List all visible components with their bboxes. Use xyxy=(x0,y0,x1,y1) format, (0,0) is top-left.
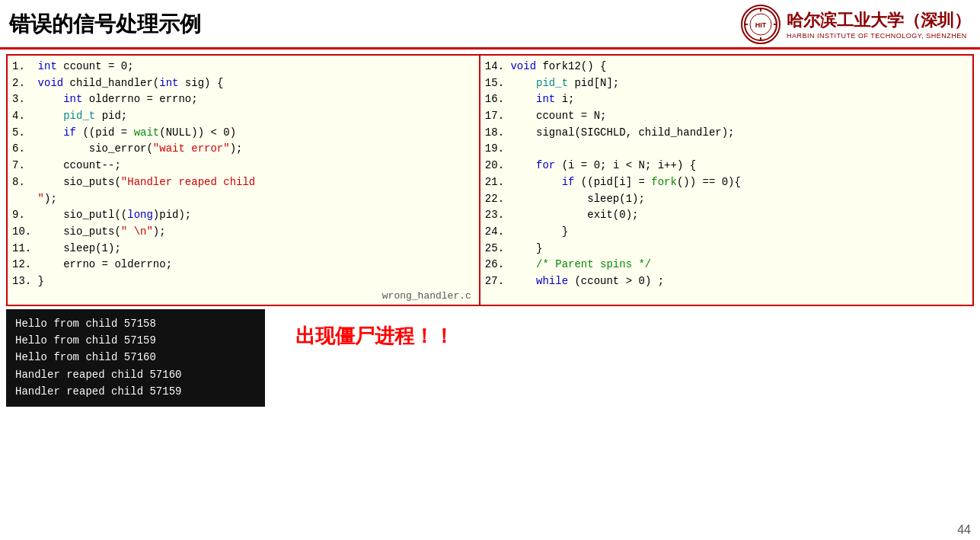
logo-text: 哈尔滨工业大学（深圳） HARBIN INSTITUTE OF TECHNOLO… xyxy=(787,9,971,40)
logo-icon: HIT xyxy=(741,5,780,44)
code-line-23: 23. exit(0); xyxy=(485,207,968,224)
page-number: 44 xyxy=(957,523,971,537)
code-line-7: 7. ccount--; xyxy=(12,158,474,174)
code-line-1: 1. int ccount = 0; xyxy=(12,59,474,75)
terminal-line-5: Handler reaped child 57159 xyxy=(15,383,256,400)
code-line-22: 22. sleep(1); xyxy=(485,191,968,208)
terminal-output: Hello from child 57158 Hello from child … xyxy=(6,309,265,407)
code-line-20: 20. for (i = 0; i < N; i++) { xyxy=(485,158,968,174)
code-line-14: 14. void fork12() { xyxy=(485,59,968,75)
logo-area: HIT 哈尔滨工业大学（深圳） HARBIN INSTITUTE OF TECH… xyxy=(741,5,971,44)
code-line-15: 15. pid_t pid[N]; xyxy=(485,75,968,92)
code-line-2: 2. void child_handler(int sig) { xyxy=(12,75,474,92)
filename: wrong_handler.c xyxy=(12,290,474,302)
code-line-8: 8. sio_puts("Handler reaped child xyxy=(12,174,474,191)
terminal-line-1: Hello from child 57158 xyxy=(15,315,256,332)
code-panel-left: 1. int ccount = 0; 2. void child_handler… xyxy=(8,56,480,305)
code-line-9: 9. sio_putl((long)pid); xyxy=(12,207,474,224)
code-line-4: 4. pid_t pid; xyxy=(12,108,474,125)
warning-text: 出现僵尸进程！！ xyxy=(295,323,454,350)
code-line-26: 26. /* Parent spins */ xyxy=(485,257,968,273)
code-line-11: 11. sleep(1); xyxy=(12,241,474,257)
code-line-6: 6. sio_error("wait error"); xyxy=(12,141,474,158)
terminal-line-4: Handler reaped child 57160 xyxy=(15,366,256,383)
code-panel-right: 14. void fork12() { 15. pid_t pid[N]; 16… xyxy=(480,56,972,305)
code-line-27: 27. while (ccount > 0) ; xyxy=(485,273,968,290)
code-line-17: 17. ccount = N; xyxy=(485,108,968,125)
logo-english: HARBIN INSTITUTE OF TECHNOLOGY, SHENZHEN xyxy=(787,32,967,40)
code-line-16: 16. int i; xyxy=(485,91,968,108)
header: 错误的信号处理示例 HIT 哈尔滨工业大学（深圳） HARBIN INSTITU… xyxy=(0,0,980,50)
logo-chinese: 哈尔滨工业大学（深圳） xyxy=(787,9,971,32)
terminal-line-2: Hello from child 57159 xyxy=(15,332,256,349)
page-title: 错误的信号处理示例 xyxy=(9,10,201,39)
terminal-line-3: Hello from child 57160 xyxy=(15,349,256,366)
code-line-18: 18. signal(SIGCHLD, child_handler); xyxy=(485,125,968,142)
code-line-24: 24. } xyxy=(485,224,968,241)
code-line-5: 5. if ((pid = wait(NULL)) < 0) xyxy=(12,125,474,142)
code-line-12: 12. errno = olderrno; xyxy=(12,257,474,273)
code-line-10: 10. sio_puts(" \n"); xyxy=(12,224,474,241)
svg-text:HIT: HIT xyxy=(755,21,767,29)
code-line-8b: "); xyxy=(12,191,474,208)
code-line-13: 13. } xyxy=(12,273,474,290)
code-line-21: 21. if ((pid[i] = fork()) == 0){ xyxy=(485,174,968,191)
code-line-3: 3. int olderrno = errno; xyxy=(12,91,474,108)
code-panels: 1. int ccount = 0; 2. void child_handler… xyxy=(6,54,974,306)
code-line-25: 25. } xyxy=(485,241,968,257)
bottom-area: Hello from child 57158 Hello from child … xyxy=(6,309,974,407)
code-line-19: 19. xyxy=(485,141,968,158)
